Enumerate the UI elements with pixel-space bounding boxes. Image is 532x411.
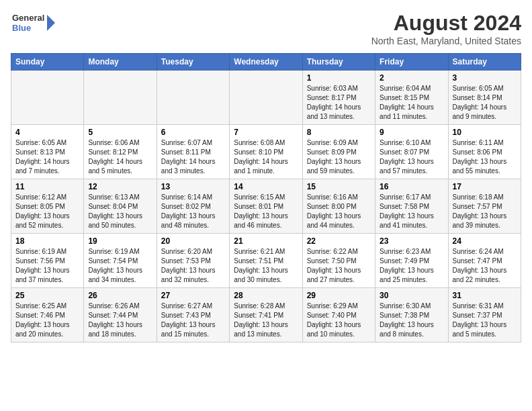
calendar-cell: 28Sunrise: 6:28 AM Sunset: 7:41 PM Dayli…: [230, 288, 302, 342]
page-subtitle: North East, Maryland, United States: [371, 36, 521, 46]
calendar-cell: 9Sunrise: 6:10 AM Sunset: 8:07 PM Daylig…: [375, 125, 448, 179]
day-number: 14: [234, 182, 298, 191]
day-number: 4: [15, 128, 79, 137]
logo: General Blue: [11, 11, 58, 36]
day-number: 23: [380, 236, 443, 246]
calendar-cell: 11Sunrise: 6:12 AM Sunset: 8:05 PM Dayli…: [11, 179, 84, 234]
day-info: Sunrise: 6:04 AM Sunset: 8:15 PM Dayligh…: [380, 84, 443, 122]
day-info: Sunrise: 6:31 AM Sunset: 7:37 PM Dayligh…: [453, 302, 517, 339]
calendar-header: SundayMondayTuesdayWednesdayThursdayFrid…: [11, 54, 521, 71]
day-info: Sunrise: 6:15 AM Sunset: 8:01 PM Dayligh…: [234, 193, 298, 230]
day-info: Sunrise: 6:25 AM Sunset: 7:46 PM Dayligh…: [15, 302, 79, 339]
day-number: 8: [307, 128, 371, 137]
day-info: Sunrise: 6:10 AM Sunset: 8:07 PM Dayligh…: [380, 138, 443, 176]
calendar-cell: 22Sunrise: 6:22 AM Sunset: 7:50 PM Dayli…: [302, 234, 375, 288]
calendar-week-4: 25Sunrise: 6:25 AM Sunset: 7:46 PM Dayli…: [11, 288, 521, 342]
calendar-cell: 5Sunrise: 6:06 AM Sunset: 8:12 PM Daylig…: [84, 125, 157, 179]
calendar-week-1: 4Sunrise: 6:05 AM Sunset: 8:13 PM Daylig…: [11, 125, 521, 179]
calendar-cell: 6Sunrise: 6:07 AM Sunset: 8:11 PM Daylig…: [157, 125, 229, 179]
calendar-cell: 25Sunrise: 6:25 AM Sunset: 7:46 PM Dayli…: [11, 288, 84, 342]
calendar-cell: 15Sunrise: 6:16 AM Sunset: 8:00 PM Dayli…: [302, 179, 375, 234]
day-number: 13: [161, 182, 225, 191]
page-header: General Blue August 2024 North East, Mar…: [11, 11, 521, 46]
day-number: 20: [161, 236, 225, 246]
day-number: 25: [15, 291, 79, 300]
day-info: Sunrise: 6:19 AM Sunset: 7:56 PM Dayligh…: [15, 247, 79, 285]
day-info: Sunrise: 6:23 AM Sunset: 7:49 PM Dayligh…: [380, 247, 443, 285]
day-number: 3: [453, 73, 517, 83]
calendar-week-3: 18Sunrise: 6:19 AM Sunset: 7:56 PM Dayli…: [11, 234, 521, 288]
day-info: Sunrise: 6:28 AM Sunset: 7:41 PM Dayligh…: [234, 302, 298, 339]
weekday-header-sunday: Sunday: [11, 54, 84, 71]
weekday-header-thursday: Thursday: [302, 54, 375, 71]
calendar-body: 1Sunrise: 6:03 AM Sunset: 8:17 PM Daylig…: [11, 71, 521, 342]
calendar-cell: 1Sunrise: 6:03 AM Sunset: 8:17 PM Daylig…: [302, 71, 375, 125]
calendar-cell: 23Sunrise: 6:23 AM Sunset: 7:49 PM Dayli…: [375, 234, 448, 288]
calendar-cell: 3Sunrise: 6:05 AM Sunset: 8:14 PM Daylig…: [448, 71, 521, 125]
day-number: 10: [453, 128, 517, 137]
day-info: Sunrise: 6:30 AM Sunset: 7:38 PM Dayligh…: [380, 302, 443, 339]
day-number: 9: [380, 128, 443, 137]
weekday-header-friday: Friday: [375, 54, 448, 71]
calendar-week-0: 1Sunrise: 6:03 AM Sunset: 8:17 PM Daylig…: [11, 71, 521, 125]
weekday-row: SundayMondayTuesdayWednesdayThursdayFrid…: [11, 54, 521, 71]
calendar-cell: [84, 71, 157, 125]
calendar-table: SundayMondayTuesdayWednesdayThursdayFrid…: [11, 53, 521, 342]
calendar-cell: 20Sunrise: 6:20 AM Sunset: 7:53 PM Dayli…: [157, 234, 229, 288]
calendar-cell: 21Sunrise: 6:21 AM Sunset: 7:51 PM Dayli…: [230, 234, 302, 288]
day-number: 31: [453, 291, 517, 300]
day-number: 15: [307, 182, 371, 191]
day-info: Sunrise: 6:11 AM Sunset: 8:06 PM Dayligh…: [453, 138, 517, 176]
calendar-cell: 27Sunrise: 6:27 AM Sunset: 7:43 PM Dayli…: [157, 288, 229, 342]
day-info: Sunrise: 6:24 AM Sunset: 7:47 PM Dayligh…: [453, 247, 517, 285]
calendar-cell: 10Sunrise: 6:11 AM Sunset: 8:06 PM Dayli…: [448, 125, 521, 179]
day-number: 18: [15, 236, 79, 246]
calendar-cell: [230, 71, 302, 125]
calendar-cell: 19Sunrise: 6:19 AM Sunset: 7:54 PM Dayli…: [84, 234, 157, 288]
day-number: 16: [380, 182, 443, 191]
calendar-cell: 29Sunrise: 6:29 AM Sunset: 7:40 PM Dayli…: [302, 288, 375, 342]
logo-svg: General Blue: [11, 11, 58, 36]
day-number: 28: [234, 291, 298, 300]
weekday-header-saturday: Saturday: [448, 54, 521, 71]
day-info: Sunrise: 6:20 AM Sunset: 7:53 PM Dayligh…: [161, 247, 225, 285]
calendar-cell: [11, 71, 84, 125]
calendar-cell: 4Sunrise: 6:05 AM Sunset: 8:13 PM Daylig…: [11, 125, 84, 179]
day-number: 17: [453, 182, 517, 191]
day-number: 6: [161, 128, 225, 137]
day-info: Sunrise: 6:26 AM Sunset: 7:44 PM Dayligh…: [88, 302, 152, 339]
weekday-header-monday: Monday: [84, 54, 157, 71]
day-number: 30: [380, 291, 443, 300]
svg-text:Blue: Blue: [12, 23, 31, 33]
day-number: 1: [307, 73, 371, 83]
day-number: 11: [15, 182, 79, 191]
day-info: Sunrise: 6:21 AM Sunset: 7:51 PM Dayligh…: [234, 247, 298, 285]
day-info: Sunrise: 6:29 AM Sunset: 7:40 PM Dayligh…: [307, 302, 371, 339]
calendar-cell: 8Sunrise: 6:09 AM Sunset: 8:09 PM Daylig…: [302, 125, 375, 179]
day-number: 27: [161, 291, 225, 300]
svg-text:General: General: [12, 13, 44, 23]
calendar-cell: [157, 71, 229, 125]
day-info: Sunrise: 6:05 AM Sunset: 8:14 PM Dayligh…: [453, 84, 517, 122]
calendar-cell: 24Sunrise: 6:24 AM Sunset: 7:47 PM Dayli…: [448, 234, 521, 288]
day-info: Sunrise: 6:19 AM Sunset: 7:54 PM Dayligh…: [88, 247, 152, 285]
day-info: Sunrise: 6:17 AM Sunset: 7:58 PM Dayligh…: [380, 193, 443, 230]
calendar-cell: 12Sunrise: 6:13 AM Sunset: 8:04 PM Dayli…: [84, 179, 157, 234]
day-number: 5: [88, 128, 152, 137]
day-number: 7: [234, 128, 298, 137]
calendar-cell: 13Sunrise: 6:14 AM Sunset: 8:02 PM Dayli…: [157, 179, 229, 234]
calendar-cell: 17Sunrise: 6:18 AM Sunset: 7:57 PM Dayli…: [448, 179, 521, 234]
title-block: August 2024 North East, Maryland, United…: [371, 11, 521, 46]
day-info: Sunrise: 6:05 AM Sunset: 8:13 PM Dayligh…: [15, 138, 79, 176]
calendar-week-2: 11Sunrise: 6:12 AM Sunset: 8:05 PM Dayli…: [11, 179, 521, 234]
calendar-cell: 2Sunrise: 6:04 AM Sunset: 8:15 PM Daylig…: [375, 71, 448, 125]
weekday-header-wednesday: Wednesday: [230, 54, 302, 71]
weekday-header-tuesday: Tuesday: [157, 54, 229, 71]
day-info: Sunrise: 6:18 AM Sunset: 7:57 PM Dayligh…: [453, 193, 517, 230]
day-info: Sunrise: 6:06 AM Sunset: 8:12 PM Dayligh…: [88, 138, 152, 176]
calendar-cell: 14Sunrise: 6:15 AM Sunset: 8:01 PM Dayli…: [230, 179, 302, 234]
day-info: Sunrise: 6:12 AM Sunset: 8:05 PM Dayligh…: [15, 193, 79, 230]
day-info: Sunrise: 6:03 AM Sunset: 8:17 PM Dayligh…: [307, 84, 371, 122]
day-number: 24: [453, 236, 517, 246]
day-number: 2: [380, 73, 443, 83]
